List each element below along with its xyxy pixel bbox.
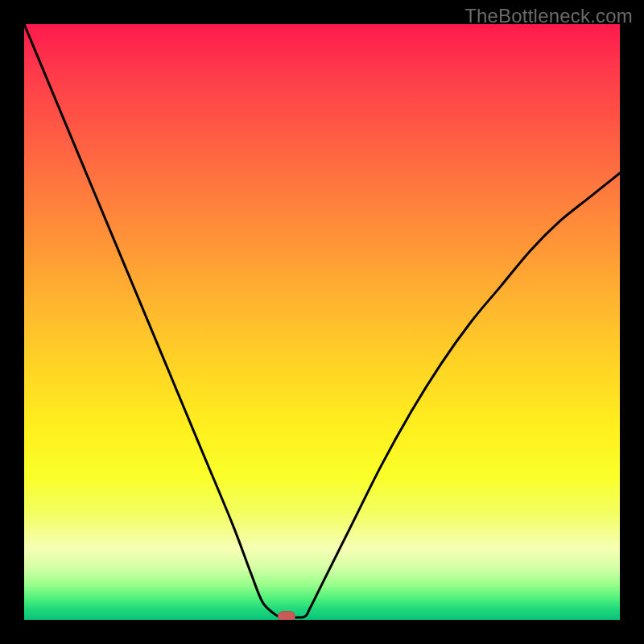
watermark-text: TheBottleneck.com	[464, 5, 633, 27]
minimum-marker	[278, 611, 295, 620]
plot-area	[24, 24, 620, 620]
curve-layer	[24, 24, 620, 620]
chart-frame: TheBottleneck.com	[0, 0, 644, 644]
bottleneck-curve	[24, 24, 620, 617]
